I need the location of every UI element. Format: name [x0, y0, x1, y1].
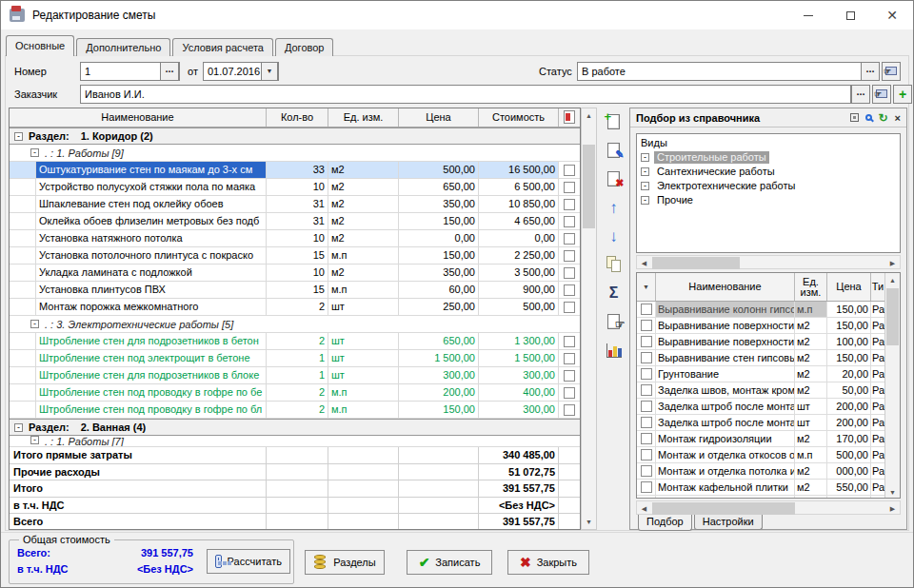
save-button[interactable]: ✔ Записать	[407, 550, 492, 575]
catalog-row[interactable]: Выравнивание поверхности им2100,00Ра	[637, 334, 884, 350]
status-input[interactable]: В работе	[577, 62, 862, 81]
mark-checkbox[interactable]	[564, 302, 575, 313]
number-ellipsis-button[interactable]: ...	[160, 62, 179, 81]
scrollbar-thumb[interactable]	[583, 145, 595, 228]
scrollbar-thumb[interactable]	[652, 502, 795, 515]
catalog-checkbox[interactable]	[641, 481, 652, 493]
estimate-item-row[interactable]: Монтаж порожка межкомнатного2шт250,00500…	[10, 299, 580, 316]
collapse-icon[interactable]: -	[30, 436, 39, 444]
close-window-button[interactable]: ✕	[871, 2, 913, 29]
customer-add-button[interactable]: +	[893, 85, 912, 104]
filter-column-header[interactable]: ▼	[637, 273, 656, 301]
collapse-icon[interactable]: -	[14, 132, 23, 141]
copy-icon[interactable]	[603, 253, 626, 276]
estimate-item-row[interactable]: Штробление стен под электрощит в бетоне1…	[10, 350, 580, 367]
collapse-icon[interactable]: -	[641, 182, 649, 190]
scrollbar-thumb[interactable]	[652, 257, 740, 269]
catalog-row[interactable]: Заделка штроб после монтажшт200,00Ра	[637, 399, 884, 415]
estimate-item-row[interactable]: Оклейка обоев флизелин метровых без подб…	[10, 213, 580, 230]
pin-icon[interactable]	[850, 113, 859, 122]
catalog-checkbox[interactable]	[641, 498, 652, 499]
sections-button[interactable]: Разделы	[305, 550, 385, 575]
catalog-row[interactable]: Монтаж гидроизоляциим2170,00Ра	[637, 431, 884, 447]
catalog-checkbox[interactable]	[641, 368, 652, 380]
catalog-checkbox[interactable]	[641, 320, 652, 331]
estimate-item-row[interactable]: Установка натяжного потолка10м20,000,00	[10, 230, 580, 247]
customer-ellipsis-button[interactable]: ...	[851, 85, 870, 104]
subsection-row[interactable]: -. : 3. Электротехнические работы [5]	[10, 316, 580, 333]
subsection-row[interactable]: -. : 1. Работы [9]	[10, 145, 580, 162]
scroll-left-icon[interactable]: ◀	[637, 501, 651, 516]
catalog-row[interactable]: Грунтованием220,00Ра	[637, 366, 884, 382]
move-up-icon[interactable]: ↑	[603, 196, 626, 219]
estimate-item-row[interactable]: Устройство полусухой стяжки пола по маяк…	[10, 179, 580, 196]
mark-checkbox[interactable]	[564, 182, 575, 193]
refresh-icon[interactable]: ↻	[879, 112, 888, 124]
catalog-checkbox[interactable]	[641, 417, 652, 428]
move-down-icon[interactable]: ↓	[603, 225, 626, 247]
date-dropdown-arrow[interactable]: ▼	[261, 62, 278, 81]
collapse-icon[interactable]: -	[641, 167, 649, 176]
collapse-icon[interactable]: -	[14, 423, 23, 432]
maximize-button[interactable]	[829, 2, 871, 29]
panel-tab-2[interactable]: Настройки	[694, 515, 763, 530]
scroll-right-icon[interactable]: ▶	[885, 256, 900, 270]
tab-3[interactable]: Условия расчета	[172, 38, 273, 56]
collapse-icon[interactable]: -	[30, 148, 39, 157]
mark-checkbox[interactable]	[564, 199, 575, 210]
estimate-item-row[interactable]: Установка плинтусов ПВХ15м.п60,00900,00	[10, 282, 580, 299]
delete-icon[interactable]: ✖	[603, 167, 626, 190]
mark-checkbox[interactable]	[564, 370, 575, 382]
scroll-up-icon[interactable]: ▲	[885, 273, 900, 287]
mark-checkbox[interactable]	[564, 267, 575, 279]
customer-reference-button[interactable]	[872, 85, 891, 104]
estimate-item-row[interactable]: Штробление стен под проводку в гофре по …	[10, 384, 580, 402]
catalog-checkbox[interactable]	[641, 304, 652, 315]
mark-checkbox[interactable]	[564, 233, 575, 245]
catalog-row[interactable]: Выравнивание стен гипсовым2150,00Ра	[637, 350, 884, 366]
add-icon[interactable]: +	[603, 110, 626, 133]
catalog-horizontal-scrollbar[interactable]: ◀ ▶	[636, 500, 901, 515]
catalog-checkbox[interactable]	[641, 433, 652, 444]
subsection-row[interactable]: -. : 1. Работы [7]	[10, 436, 580, 447]
catalog-row[interactable]: Заделка штроб после монтажшт200,00Ра	[637, 415, 884, 431]
catalog-row[interactable]: Заделка швов, монтаж кромм250,00Ра	[637, 382, 884, 399]
catalog-checkbox[interactable]	[641, 336, 652, 347]
catalog-checkbox[interactable]	[641, 449, 652, 461]
filter-dropdown-icon[interactable]: ▼	[643, 282, 649, 292]
mark-checkbox[interactable]	[564, 353, 575, 364]
tab-1[interactable]: Основные	[6, 35, 74, 56]
catalog-checkbox[interactable]	[641, 352, 652, 363]
mark-checkbox[interactable]	[564, 404, 575, 416]
tree-item[interactable]: -Сантехнические работы	[641, 165, 896, 179]
catalog-row[interactable]: Монтаж кафельной плитким2550,00Ра	[637, 480, 884, 496]
search-icon[interactable]	[865, 114, 872, 121]
scroll-down-icon[interactable]: ▼	[885, 485, 900, 499]
status-reference-button[interactable]	[882, 62, 901, 81]
estimate-item-row[interactable]: Штробление стен для подрозетников в бето…	[10, 333, 580, 350]
edit-icon[interactable]: ✎	[603, 139, 626, 162]
section-row[interactable]: -Раздел:2. Ванная (4)	[10, 419, 580, 436]
tab-2[interactable]: Дополнительно	[76, 38, 170, 56]
scrollbar-thumb[interactable]	[886, 288, 899, 345]
estimate-item-row[interactable]: Оштукатуривание стен по маякам до 3-х см…	[10, 162, 580, 179]
tree-item[interactable]: -Прочие	[641, 193, 896, 207]
scroll-up-icon[interactable]: ▲	[582, 108, 596, 123]
section-row[interactable]: -Раздел:1. Коридор (2)	[10, 127, 580, 145]
chart-icon[interactable]	[603, 339, 626, 362]
estimate-item-row[interactable]: Штробление стен под проводку в гофре по …	[10, 402, 580, 419]
customer-input[interactable]: Иванов И.И.	[80, 85, 851, 104]
mark-checkbox[interactable]	[564, 387, 575, 399]
panel-tab-1[interactable]: Подбор	[638, 515, 692, 531]
catalog-row[interactable]: Выравнивание поверхности гм2150,00Ра	[637, 318, 884, 334]
collapse-icon[interactable]: -	[641, 196, 649, 205]
scroll-right-icon[interactable]: ▶	[885, 501, 900, 516]
catalog-vertical-scrollbar[interactable]: ▲ ▼	[884, 273, 900, 499]
catalog-row[interactable]: Выравнивание колонн гипсом.п150,00Ра	[637, 302, 884, 318]
tree-item[interactable]: -Строительные работы	[641, 150, 896, 165]
mark-checkbox[interactable]	[564, 250, 575, 262]
tab-4[interactable]: Договор	[275, 38, 334, 56]
minimize-button[interactable]	[787, 2, 829, 29]
close-button[interactable]: ✖ Закрыть	[507, 550, 589, 575]
catalog-checkbox[interactable]	[641, 401, 652, 412]
